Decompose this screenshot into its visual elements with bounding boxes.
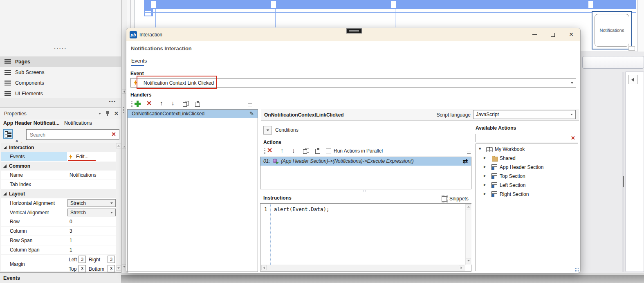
handler-list-item[interactable]: OnNotificationContextLinkClicked ✎: [128, 110, 258, 118]
edit-events-link[interactable]: Edit...: [76, 154, 89, 159]
property-row-row[interactable]: Row 0: [1, 217, 116, 227]
window-menu-icon[interactable]: [99, 113, 101, 115]
editor-scroll-right[interactable]: [459, 265, 464, 270]
sidebar-item-components[interactable]: Components: [0, 78, 121, 88]
category-layout[interactable]: Layout: [1, 189, 116, 198]
category-interaction[interactable]: Interaction: [1, 143, 116, 152]
move-action-up-button[interactable]: ↑: [280, 147, 284, 154]
property-row-column-span[interactable]: Column Span 1: [1, 245, 116, 255]
tree-item-right-section[interactable]: ▸ Right Section: [476, 190, 578, 199]
horizontal-alignment-select[interactable]: Stretch: [67, 199, 116, 207]
expander-open-icon[interactable]: ▾: [479, 146, 481, 151]
property-value[interactable]: Notifications: [70, 172, 96, 178]
editor-scroll-left[interactable]: [261, 265, 267, 270]
maximize-button[interactable]: [548, 31, 558, 39]
overflow-dots-button[interactable]: •••: [109, 99, 116, 104]
editor-scroll-up[interactable]: [466, 204, 471, 209]
add-handler-button[interactable]: [135, 101, 141, 107]
dialog-resize-grip[interactable]: [574, 268, 579, 272]
copy-action-button[interactable]: [303, 148, 309, 154]
expander-closed-icon[interactable]: ▸: [484, 191, 486, 196]
tree-item-my-workbook[interactable]: ▾ My Workbook: [476, 145, 578, 154]
sidebar-item-sub-screens[interactable]: Sub Screens: [0, 67, 121, 78]
sidebar-item-ui-elements[interactable]: UI Elements: [0, 88, 121, 99]
expander-closed-icon[interactable]: ▸: [484, 155, 486, 160]
margin-left-field[interactable]: 3: [79, 256, 86, 263]
right-splitter-track[interactable]: [622, 72, 624, 272]
script-language-select[interactable]: JavaScript: [473, 110, 576, 119]
pin-icon[interactable]: [105, 111, 110, 116]
tree-item-app-header-section[interactable]: ▸ App Header Section: [476, 163, 578, 172]
property-value[interactable]: 3: [70, 228, 72, 234]
close-button[interactable]: ✕: [566, 30, 577, 39]
run-parallel-checkbox[interactable]: [326, 148, 331, 153]
vertical-alignment-select[interactable]: Stretch: [67, 209, 116, 216]
cell-resize-handle[interactable]: [628, 46, 635, 51]
selected-canvas-cell[interactable]: Notifications: [592, 11, 632, 49]
strip-grip[interactable]: [123, 107, 124, 113]
swap-action-icon[interactable]: ⇄: [462, 157, 468, 165]
conditions-expander-button[interactable]: [263, 126, 272, 135]
editor-vscrollbar[interactable]: [465, 204, 471, 265]
rename-handler-icon[interactable]: ✎: [249, 110, 254, 117]
tree-item-left-section[interactable]: ▸ Left Section: [476, 181, 578, 190]
action-list-item[interactable]: 01: (App Header Section)->(Notifications…: [260, 157, 471, 166]
clear-search-icon[interactable]: ✕: [571, 135, 575, 141]
property-row-vertical-alignment[interactable]: Vertical Alignment Stretch: [1, 208, 116, 217]
margin-bottom-field[interactable]: 3: [108, 265, 115, 272]
expander-closed-icon[interactable]: ▸: [484, 173, 486, 178]
move-action-down-button[interactable]: ↓: [292, 147, 295, 154]
available-actions-search-input[interactable]: [478, 135, 569, 142]
copy-handler-button[interactable]: [183, 101, 189, 107]
handlers-splitter-grip[interactable]: [248, 103, 252, 106]
property-row-events[interactable]: Events Edit...: [1, 152, 116, 161]
property-row-margin[interactable]: Margin Left 3 Right 3 Top 3 Bottom 3: [1, 255, 116, 274]
window-drag-handle[interactable]: [346, 28, 362, 34]
delete-action-button[interactable]: ✕: [267, 146, 272, 154]
snippets-checkbox[interactable]: [442, 196, 447, 202]
minimize-button[interactable]: [529, 31, 540, 39]
section-splitter-dots[interactable]: ··: [363, 188, 367, 194]
property-row-name[interactable]: Name Notifications: [1, 171, 116, 180]
code-editor[interactable]: 1 alert(Event.Data);: [260, 203, 471, 272]
property-value[interactable]: 0: [70, 219, 72, 225]
property-grid-scrollbar[interactable]: [116, 143, 121, 271]
grid-handle-4[interactable]: [588, 1, 593, 8]
property-value[interactable]: 1: [70, 238, 72, 243]
close-icon[interactable]: ✕: [114, 110, 119, 117]
grid-scroll-down[interactable]: [116, 265, 121, 271]
code-text[interactable]: alert(Event.Data);: [274, 206, 329, 212]
clear-search-icon[interactable]: ✕: [111, 131, 116, 137]
grid-handle-3[interactable]: [391, 1, 396, 8]
categorize-icon[interactable]: [3, 129, 13, 139]
expander-closed-icon[interactable]: ▸: [484, 182, 486, 187]
expander-closed-icon[interactable]: ▸: [484, 164, 486, 169]
paste-action-button[interactable]: [315, 148, 321, 154]
property-row-row-span[interactable]: Row Span 1: [1, 236, 116, 245]
move-handler-up-button[interactable]: ↑: [160, 99, 163, 106]
margin-right-field[interactable]: 3: [108, 256, 115, 263]
dialog-titlebar[interactable]: pb Interaction ✕: [126, 28, 580, 41]
notifications-widget[interactable]: Notifications: [595, 14, 629, 47]
right-splitter-thumb[interactable]: [623, 176, 624, 187]
move-handler-down-button[interactable]: ↓: [171, 99, 175, 106]
property-row-column[interactable]: Column 3: [1, 227, 116, 236]
tree-item-shared[interactable]: ▸ Shared: [476, 154, 578, 163]
grid-handle-2[interactable]: [271, 1, 276, 8]
tree-item-top-section[interactable]: ▸ Top Section: [476, 172, 578, 181]
category-common[interactable]: Common: [1, 162, 116, 171]
delete-handler-button[interactable]: ✕: [146, 99, 152, 107]
grid-handle-1[interactable]: [151, 1, 156, 8]
editor-scroll-down[interactable]: [466, 258, 471, 263]
property-value[interactable]: 1: [70, 247, 72, 253]
panel-drag-dots[interactable]: ·····: [0, 45, 121, 51]
property-row-horizontal-alignment[interactable]: Horizontal Alignment Stretch: [1, 198, 116, 208]
grid-cell-handle[interactable]: [145, 11, 151, 16]
property-row-tab-index[interactable]: Tab Index: [1, 180, 116, 189]
search-input[interactable]: [29, 131, 106, 139]
actions-splitter-grip[interactable]: [467, 151, 471, 154]
collapse-panel-button[interactable]: [628, 75, 637, 84]
tab-events[interactable]: Events: [131, 58, 147, 64]
grid-scroll-up[interactable]: [116, 143, 121, 148]
sidebar-item-pages[interactable]: Pages: [0, 56, 121, 67]
